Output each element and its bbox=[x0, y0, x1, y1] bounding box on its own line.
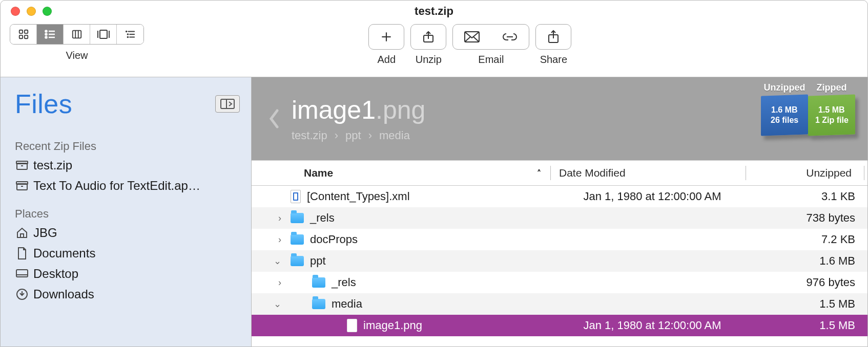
svg-rect-30 bbox=[16, 161, 28, 164]
table-row[interactable]: ⌄ media 1.5 MB bbox=[252, 293, 867, 315]
sidebar-places-item[interactable]: Desktop bbox=[15, 264, 240, 284]
row-name: [Content_Types].xml bbox=[307, 190, 410, 203]
unzipped-label: Unzipped bbox=[764, 82, 805, 93]
window-controls bbox=[1, 7, 52, 16]
place-icon bbox=[15, 269, 29, 279]
folder-icon bbox=[291, 256, 304, 266]
zipped-size: 1.5 MB bbox=[818, 105, 845, 115]
sidebar-section-recent: Recent Zip Files bbox=[15, 140, 240, 153]
email-link-button-group bbox=[452, 24, 529, 50]
disclosure-triangle-icon[interactable]: ⌄ bbox=[274, 255, 281, 267]
svg-rect-14 bbox=[100, 30, 107, 38]
breadcrumb-2[interactable]: media bbox=[379, 129, 410, 142]
sidebar-recent-item[interactable]: test.zip bbox=[15, 155, 240, 176]
sidebar-places-item[interactable]: JBG bbox=[15, 223, 240, 243]
col-name-label: Name bbox=[304, 167, 333, 179]
add-button[interactable] bbox=[368, 24, 404, 50]
sidebar-places-item[interactable]: Downloads bbox=[15, 284, 240, 305]
disclosure-triangle-icon[interactable]: › bbox=[278, 234, 281, 245]
email-button[interactable] bbox=[464, 31, 480, 43]
svg-point-18 bbox=[128, 34, 129, 35]
unzip-button[interactable] bbox=[410, 24, 446, 50]
sidebar-collapse-button[interactable] bbox=[215, 95, 240, 113]
sidebar-item-label: Text To Audio for TextEdit.ap… bbox=[33, 179, 200, 193]
place-icon bbox=[15, 227, 29, 238]
disclosure-triangle-icon[interactable]: › bbox=[278, 277, 281, 288]
table-row[interactable]: image1.png Jan 1, 1980 at 12:00:00 AM 1.… bbox=[252, 315, 867, 336]
col-size-header[interactable]: Unzipped bbox=[746, 167, 864, 179]
minimize-window-button[interactable] bbox=[27, 7, 36, 16]
link-icon bbox=[501, 32, 519, 42]
disclosure-triangle-icon[interactable]: › bbox=[278, 213, 281, 224]
folder-icon bbox=[312, 277, 325, 288]
view-columns-button[interactable] bbox=[64, 25, 90, 44]
sort-ascending-icon: ˄ bbox=[537, 168, 541, 178]
columns-icon bbox=[71, 29, 83, 40]
col-name-header[interactable]: Name ˄ bbox=[283, 167, 550, 179]
file-icon bbox=[291, 190, 301, 203]
zipped-files: 1 Zip file bbox=[815, 115, 849, 125]
svg-point-6 bbox=[45, 33, 47, 35]
view-coverflow-button[interactable] bbox=[90, 25, 117, 44]
disclosure-triangle-icon[interactable]: ⌄ bbox=[274, 298, 281, 310]
svg-point-8 bbox=[45, 36, 47, 38]
window-title: test.zip bbox=[1, 5, 867, 18]
breadcrumb: test.zip › ppt › media bbox=[292, 129, 425, 142]
link-button[interactable] bbox=[501, 32, 519, 42]
view-list-button[interactable] bbox=[37, 25, 64, 44]
table-row[interactable]: [Content_Types].xml Jan 1, 1980 at 12:00… bbox=[252, 186, 867, 207]
row-name: image1.png bbox=[363, 319, 422, 332]
sidebar-item-label: Documents bbox=[33, 246, 95, 261]
row-size: 976 bytes bbox=[750, 276, 867, 289]
breadcrumb-1[interactable]: ppt bbox=[345, 129, 361, 142]
col-date-header[interactable]: Date Modified bbox=[551, 167, 746, 179]
list-icon bbox=[44, 28, 56, 40]
header-banner: image1.png test.zip › ppt › media Unzipp… bbox=[252, 77, 867, 160]
view-switcher-group: View bbox=[10, 24, 144, 61]
zoom-window-button[interactable] bbox=[43, 7, 52, 16]
email-icon bbox=[464, 31, 480, 43]
unzip-icon bbox=[421, 30, 436, 44]
sidebar-recent-item[interactable]: Text To Audio for TextEdit.ap… bbox=[15, 176, 240, 196]
archive-icon bbox=[15, 160, 29, 170]
unzipped-size: 1.6 MB bbox=[771, 105, 798, 115]
share-button[interactable] bbox=[535, 24, 571, 50]
action-labels: Add Unzip Email Share bbox=[368, 54, 571, 66]
body: Files Recent Zip Files test.zipText To A… bbox=[1, 77, 867, 346]
row-name: docProps bbox=[310, 233, 358, 246]
chevron-left-icon bbox=[267, 107, 281, 130]
header-filename: image1.png bbox=[292, 95, 425, 125]
col-date-label: Date Modified bbox=[559, 167, 626, 179]
archive-icon bbox=[15, 181, 29, 191]
row-size: 7.2 KB bbox=[750, 233, 867, 246]
column-header: Name ˄ Date Modified Unzipped bbox=[252, 160, 867, 186]
view-grid-button[interactable] bbox=[10, 25, 37, 44]
row-size: 1.5 MB bbox=[750, 297, 867, 311]
size-summary: Unzipped 1.6 MB 26 files Zipped 1.5 MB 1… bbox=[761, 82, 855, 135]
header-filename-base: image1 bbox=[292, 96, 376, 124]
share-icon bbox=[547, 29, 560, 45]
header-filename-ext: .png bbox=[376, 96, 425, 124]
back-button[interactable] bbox=[267, 107, 281, 130]
row-name: media bbox=[332, 297, 362, 311]
breadcrumb-0[interactable]: test.zip bbox=[292, 129, 327, 142]
view-outline-button[interactable] bbox=[117, 25, 143, 44]
table-row[interactable]: › _rels 976 bytes bbox=[252, 272, 867, 293]
svg-point-16 bbox=[126, 31, 127, 32]
table-row[interactable]: › _rels 738 bytes bbox=[252, 207, 867, 229]
row-name: _rels bbox=[310, 211, 335, 225]
file-rows: [Content_Types].xml Jan 1, 1980 at 12:00… bbox=[252, 186, 867, 346]
sidebar-places-item[interactable]: Documents bbox=[15, 243, 240, 264]
close-window-button[interactable] bbox=[11, 7, 20, 16]
row-size: 3.1 KB bbox=[750, 190, 867, 203]
main-area: image1.png test.zip › ppt › media Unzipp… bbox=[252, 77, 867, 346]
sidebar-title: Files bbox=[15, 89, 72, 119]
share-label: Share bbox=[535, 54, 571, 66]
toolbar: View bbox=[1, 22, 867, 77]
table-row[interactable]: ⌄ ppt 1.6 MB bbox=[252, 250, 867, 272]
action-buttons-group: Add Unzip Email Share bbox=[368, 24, 571, 66]
row-date: Jan 1, 1980 at 12:00:00 AM bbox=[555, 319, 750, 332]
folder-icon bbox=[312, 299, 325, 309]
svg-rect-2 bbox=[19, 35, 22, 38]
table-row[interactable]: › docProps 7.2 KB bbox=[252, 229, 867, 250]
